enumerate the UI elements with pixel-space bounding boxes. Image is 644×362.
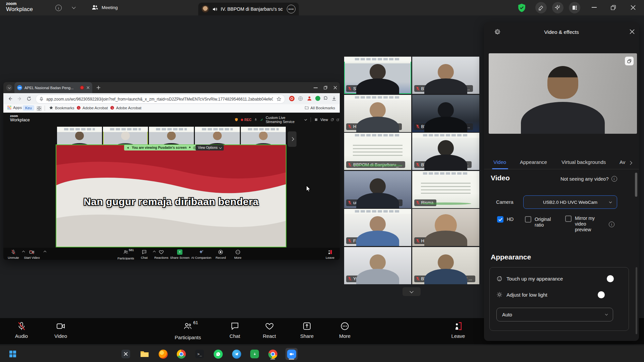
browser-tab[interactable]: zm APEL Nasional Badan Peng... [14, 82, 92, 93]
bookmark-star-icon[interactable] [276, 97, 281, 102]
tab-active-meeting[interactable]: IV. BBPOM di Banjarbaru's sc ••• [198, 3, 299, 15]
close-button[interactable] [631, 5, 636, 10]
participant-tile[interactable]: Haji Muhammad Ridh... [344, 95, 411, 132]
download-icon[interactable] [331, 96, 337, 101]
security-shield-icon[interactable] [518, 3, 526, 12]
video-button[interactable]: Video [54, 321, 67, 339]
browser-restore-icon[interactable] [324, 86, 327, 89]
firefox-icon[interactable] [157, 348, 169, 360]
not-seeing-video[interactable]: Not seeing any video? i [560, 176, 617, 182]
client-chat-button[interactable]: Chat [141, 249, 148, 259]
tab-close-icon[interactable] [87, 86, 90, 89]
popout-icon[interactable] [331, 118, 334, 122]
taskbar-app-dark[interactable] [120, 348, 132, 360]
camera-select[interactable]: USB2.0 HD UVC WebCam [523, 195, 617, 209]
original-ratio-option[interactable]: Original ratio [525, 216, 555, 228]
view-options-button[interactable]: View Options [196, 145, 224, 150]
zoom-app-icon[interactable] [285, 348, 298, 360]
participant-tile[interactable]: BBPOM Banjarbaru_N... [412, 133, 479, 170]
minimize-client-icon[interactable] [336, 118, 340, 122]
react-button[interactable]: React [263, 321, 276, 339]
info-icon[interactable]: i [611, 176, 617, 182]
client-more-button[interactable]: More [234, 249, 241, 259]
tab-meeting[interactable]: Meeting [91, 4, 118, 11]
tab-virtual-backgrounds[interactable]: Virtual backgrounds [561, 159, 606, 165]
client-view-button[interactable]: View [320, 118, 328, 122]
bookmark-acrobat-2[interactable]: Adobe Acrobat [110, 106, 141, 110]
audio-button[interactable]: Audio [15, 321, 28, 339]
panel-scrollbar[interactable] [635, 173, 637, 197]
bookmark-grid-icon[interactable] [37, 106, 41, 111]
bookmark-keu[interactable]: Keu [23, 105, 34, 111]
start-button[interactable] [7, 348, 19, 360]
terminal-icon[interactable]: >_ [194, 348, 206, 360]
participant-tile[interactable]: Hartono Edi [412, 209, 479, 246]
participant-tile-active-speaker[interactable]: Siti Purmaya Sari [344, 57, 411, 94]
client-start-video-button[interactable]: Start Video [24, 249, 40, 259]
whatsapp-icon[interactable] [212, 348, 224, 360]
bookmark-bookmarks[interactable]: Bookmarks [49, 106, 74, 110]
info-icon[interactable]: i [55, 5, 62, 11]
hd-option[interactable]: HD [497, 216, 514, 223]
participant-tile[interactable]: Yulia Eryani [344, 247, 411, 284]
share-button[interactable]: Share [300, 321, 314, 339]
participant-tile[interactable]: BBPOM BANJARBARU ... [412, 247, 479, 284]
client-ai-companion-button[interactable]: AI Companion [191, 249, 211, 259]
new-tab-icon[interactable] [96, 85, 101, 90]
annotate-button[interactable] [535, 2, 547, 13]
address-bar[interactable]: app.zoom.us/wc/96230592283/join?ref_from… [36, 95, 285, 104]
filmstrip-next-button[interactable] [288, 131, 297, 147]
tabs-overflow-chevron[interactable] [628, 161, 632, 165]
recording-indicator[interactable]: REC [241, 118, 252, 122]
extensions-puzzle-icon[interactable] [323, 96, 328, 101]
hd-checkbox[interactable] [497, 216, 503, 223]
minimize-button[interactable] [592, 7, 597, 8]
bookmark-apps[interactable]: Apps [7, 106, 22, 110]
participant-tile[interactable]: Risma [412, 171, 479, 208]
grid-scroll-down-button[interactable] [402, 287, 421, 296]
original-ratio-checkbox[interactable] [525, 216, 531, 223]
forward-icon[interactable] [17, 96, 22, 102]
browser-minimize-icon[interactable] [314, 87, 318, 88]
chrome-icon[interactable] [175, 348, 187, 360]
green-app-icon[interactable] [249, 348, 261, 360]
bookmark-acrobat-1[interactable]: Adobe Acrobat [76, 106, 108, 110]
client-record-button[interactable]: Record [216, 249, 226, 259]
streaming-service-label[interactable]: Custom Live Streaming Service [266, 116, 302, 124]
tab-search-icon[interactable] [6, 84, 12, 91]
video-options-chevron[interactable] [44, 251, 46, 253]
back-icon[interactable] [7, 96, 13, 102]
participant-tile[interactable]: Farhanah Salim [344, 209, 411, 246]
mirror-checkbox[interactable] [565, 216, 572, 222]
restore-button[interactable] [610, 5, 616, 10]
layout-button[interactable] [569, 2, 580, 13]
chat-button[interactable]: Chat [229, 321, 240, 339]
file-explorer-icon[interactable] [139, 348, 151, 360]
mirror-info-icon[interactable]: i [609, 222, 614, 227]
all-bookmarks[interactable]: All Bookmarks [305, 106, 335, 110]
tab-more-icon[interactable]: ••• [287, 5, 296, 13]
pin-icon[interactable] [188, 146, 191, 149]
client-reactions-button[interactable]: Reactions [154, 249, 168, 259]
participant-tile[interactable]: BBPOM di Banjarbaru_... [412, 95, 479, 132]
client-participants-button[interactable]: 581 Participants [117, 249, 134, 260]
tab-avatars-truncated[interactable]: Av [620, 159, 625, 165]
site-info-icon[interactable] [39, 97, 44, 101]
participants-button[interactable]: 61 Participants [175, 321, 201, 340]
browser-icon-2[interactable] [267, 348, 279, 360]
ai-companion-button[interactable] [552, 2, 564, 13]
more-button[interactable]: More [339, 321, 351, 339]
preview-popout-button[interactable] [625, 57, 634, 65]
client-share-screen-button[interactable]: Share Screen [170, 249, 190, 259]
reload-icon[interactable] [26, 96, 32, 102]
participant-tile[interactable]: umi muthiah wardatul ... [344, 171, 411, 208]
leave-button[interactable]: Leave [451, 321, 465, 339]
chevron-down-icon[interactable] [72, 5, 75, 9]
extension-office-icon[interactable]: O [289, 96, 294, 101]
client-leave-button[interactable]: Leave [326, 249, 334, 259]
low-light-mode-select[interactable]: Auto [496, 308, 613, 321]
panel-close-icon[interactable] [630, 29, 635, 34]
browser-close-icon[interactable] [333, 86, 337, 89]
extension-green-icon[interactable] [315, 96, 320, 101]
extension-globe-icon[interactable] [298, 96, 303, 101]
